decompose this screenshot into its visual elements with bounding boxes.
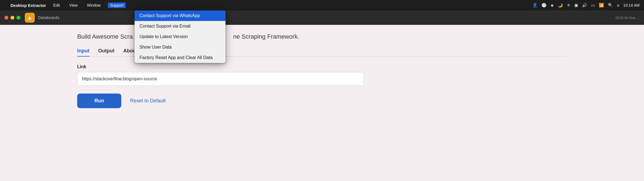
menu-item-factory-reset[interactable]: Factory Reset App and Clear All Data bbox=[135, 52, 226, 63]
menu-item-userdata[interactable]: Show User Data bbox=[135, 42, 226, 52]
menu-item-email[interactable]: Contact Support via Email bbox=[135, 21, 226, 31]
dropdown-overlay: Contact Support via WhatsApp Contact Sup… bbox=[0, 0, 644, 181]
menu-item-update[interactable]: Update to Latest Version bbox=[135, 31, 226, 42]
support-dropdown: Contact Support via WhatsApp Contact Sup… bbox=[135, 10, 226, 63]
menu-item-whatsapp[interactable]: Contact Support via WhatsApp bbox=[135, 10, 226, 21]
